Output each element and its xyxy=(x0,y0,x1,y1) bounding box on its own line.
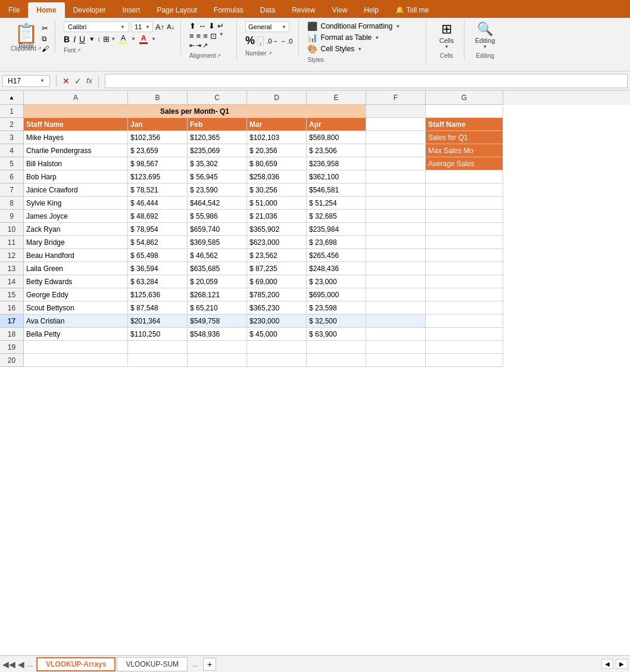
cell-e10[interactable]: $235,984 xyxy=(307,223,366,236)
cell-b16[interactable]: $ 87,548 xyxy=(128,301,188,315)
cell-g17[interactable] xyxy=(426,315,503,328)
cell-c2[interactable]: Feb xyxy=(188,118,247,131)
cell-a19[interactable] xyxy=(24,341,128,354)
cell-e11[interactable]: $ 23,698 xyxy=(307,236,366,249)
cell-f15[interactable] xyxy=(366,288,426,301)
cell-d13[interactable]: $ 87,235 xyxy=(247,262,307,275)
percent-button[interactable]: % xyxy=(245,35,255,47)
tab-data[interactable]: Data xyxy=(252,2,283,18)
border-button[interactable]: ⊞ ▼ xyxy=(103,35,116,43)
decrease-font-button[interactable]: A↓ xyxy=(167,23,174,30)
tab-help[interactable]: Help xyxy=(355,2,387,18)
cell-g7[interactable] xyxy=(426,183,503,197)
decrease-indent-button[interactable]: ⇤ xyxy=(189,42,195,49)
col-header-d[interactable]: D xyxy=(247,91,307,105)
tab-home[interactable]: Home xyxy=(28,2,64,18)
cell-c9[interactable]: $ 55,986 xyxy=(188,210,247,223)
cell-f6[interactable] xyxy=(366,170,426,183)
cell-e6[interactable]: $362,100 xyxy=(307,170,366,183)
cell-g2[interactable]: Staff Name xyxy=(426,118,503,131)
cell-d11[interactable]: $623,000 xyxy=(247,236,307,249)
align-bottom-button[interactable]: ⬇ xyxy=(208,21,215,30)
cell-b19[interactable] xyxy=(128,341,188,354)
cell-styles-button[interactable]: 🎨 Cell Styles ▼ xyxy=(307,44,400,54)
cell-g1[interactable] xyxy=(426,105,503,118)
cell-d4[interactable]: $ 20,356 xyxy=(247,144,307,157)
sheet-tab-vlookup-arrays[interactable]: VLOOKUP-Arrays xyxy=(36,657,116,671)
tab-developer[interactable]: Developer xyxy=(65,2,114,18)
cell-f7[interactable] xyxy=(366,183,426,197)
cell-g12[interactable] xyxy=(426,249,503,262)
cell-b14[interactable]: $ 63,284 xyxy=(128,275,188,288)
cell-b3[interactable]: $102,356 xyxy=(128,131,188,144)
merge-dropdown-icon[interactable]: ▼ xyxy=(219,32,224,41)
more-sheets-button[interactable]: ... xyxy=(189,660,202,668)
align-center-button[interactable]: ≡ xyxy=(197,32,201,41)
cell-g14[interactable] xyxy=(426,275,503,288)
cell-d7[interactable]: $ 30,256 xyxy=(247,183,307,197)
cell-b10[interactable]: $ 78,954 xyxy=(128,223,188,236)
cell-f16[interactable] xyxy=(366,301,426,315)
cell-f18[interactable] xyxy=(366,328,426,341)
cell-e9[interactable]: $ 32,685 xyxy=(307,210,366,223)
cell-b5[interactable]: $ 98,567 xyxy=(128,157,188,170)
cell-b13[interactable]: $ 36,594 xyxy=(128,262,188,275)
cell-e16[interactable]: $ 23,598 xyxy=(307,301,366,315)
cell-c5[interactable]: $ 35,302 xyxy=(188,157,247,170)
fill-color-dropdown-icon[interactable]: ▼ xyxy=(131,36,136,42)
align-top-button[interactable]: ⬆ xyxy=(189,21,196,30)
cell-f8[interactable] xyxy=(366,197,426,210)
cell-e7[interactable]: $546,581 xyxy=(307,183,366,197)
cut-button[interactable]: ✂ xyxy=(42,24,49,33)
cell-d17[interactable]: $230,000 xyxy=(247,315,307,328)
conditional-formatting-button[interactable]: ⬛ Conditional Formatting ▼ xyxy=(307,21,400,31)
cell-e12[interactable]: $265,456 xyxy=(307,249,366,262)
col-header-g[interactable]: G xyxy=(426,91,503,105)
cell-b20[interactable] xyxy=(128,354,188,367)
cell-d14[interactable]: $ 69,000 xyxy=(247,275,307,288)
cell-e15[interactable]: $695,000 xyxy=(307,288,366,301)
cell-a16[interactable]: Scout Bettyson xyxy=(24,301,128,315)
cell-c19[interactable] xyxy=(188,341,247,354)
comma-button[interactable]: , xyxy=(257,36,264,46)
cell-g10[interactable] xyxy=(426,223,503,236)
cell-g3[interactable]: Sales for Q1 xyxy=(426,131,503,144)
cell-f9[interactable] xyxy=(366,210,426,223)
cell-f10[interactable] xyxy=(366,223,426,236)
nav-prev-tab-button[interactable]: ◀ xyxy=(18,659,24,669)
cell-f14[interactable] xyxy=(366,275,426,288)
cell-d15[interactable]: $785,200 xyxy=(247,288,307,301)
clipboard-expand-icon[interactable]: ↗ xyxy=(38,46,42,51)
align-right-button[interactable]: ≡ xyxy=(203,32,208,41)
cell-b18[interactable]: $110,250 xyxy=(128,328,188,341)
formula-input[interactable] xyxy=(105,74,628,88)
cell-c3[interactable]: $120,365 xyxy=(188,131,247,144)
cell-g8[interactable] xyxy=(426,197,503,210)
tab-file[interactable]: File xyxy=(0,2,28,18)
cell-g16[interactable] xyxy=(426,301,503,315)
scroll-right-button[interactable]: ▶ xyxy=(616,659,628,669)
cell-c18[interactable]: $548,936 xyxy=(188,328,247,341)
cell-reference-box[interactable]: H17 ▼ xyxy=(2,75,50,87)
cell-d3[interactable]: $102,103 xyxy=(247,131,307,144)
cell-b7[interactable]: $ 78,521 xyxy=(128,183,188,197)
cell-e13[interactable]: $248,436 xyxy=(307,262,366,275)
insert-function-button[interactable]: fx xyxy=(86,76,92,85)
cell-c15[interactable]: $268,121 xyxy=(188,288,247,301)
cell-c16[interactable]: $ 65,210 xyxy=(188,301,247,315)
cell-a8[interactable]: Sylvie King xyxy=(24,197,128,210)
cell-a1[interactable]: Sales per Month- Q1 xyxy=(24,105,366,118)
col-header-a[interactable]: A xyxy=(24,91,128,105)
cells-button[interactable]: ⊞ Cells ▼ xyxy=(439,21,454,49)
cell-b6[interactable]: $123,695 xyxy=(128,170,188,183)
cell-d10[interactable]: $365,902 xyxy=(247,223,307,236)
cell-e14[interactable]: $ 23,000 xyxy=(307,275,366,288)
italic-button[interactable]: I xyxy=(73,35,76,44)
cell-f13[interactable] xyxy=(366,262,426,275)
tab-review[interactable]: Review xyxy=(283,2,323,18)
cell-g4[interactable]: Max Sales Mo xyxy=(426,144,503,157)
underline-button[interactable]: U xyxy=(79,35,85,44)
cell-c6[interactable]: $ 56,945 xyxy=(188,170,247,183)
cell-b8[interactable]: $ 46,444 xyxy=(128,197,188,210)
cell-a5[interactable]: Bill Halston xyxy=(24,157,128,170)
